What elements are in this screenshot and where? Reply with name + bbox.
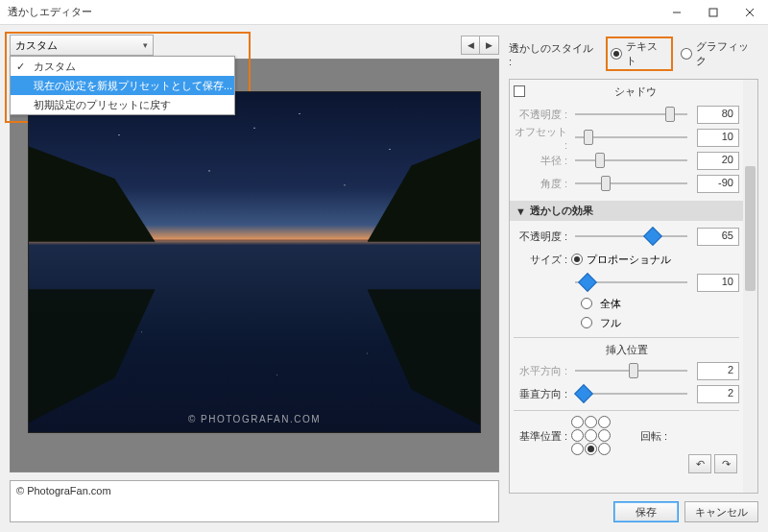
- shadow-opacity-value[interactable]: 80: [697, 106, 739, 124]
- rotate-cw-button[interactable]: ↷: [714, 454, 737, 473]
- save-button[interactable]: 保存: [613, 501, 679, 522]
- size-slider[interactable]: [571, 274, 691, 291]
- size-fill-radio[interactable]: フル: [581, 313, 739, 332]
- style-text-radio[interactable]: テキスト: [611, 39, 667, 68]
- maximize-button[interactable]: [695, 0, 732, 25]
- effects-opacity-value[interactable]: 65: [697, 228, 739, 246]
- effects-opacity-label: 不透明度 :: [514, 230, 571, 244]
- shadow-angle-value[interactable]: -90: [697, 175, 739, 193]
- anchor-label: 基準位置 :: [514, 429, 571, 444]
- preset-option-reset[interactable]: 初期設定のプリセットに戻す: [11, 95, 234, 114]
- h-inset-slider[interactable]: [571, 362, 691, 379]
- scrollbar[interactable]: [743, 80, 757, 493]
- settings-panel: シャドウ 不透明度 :80 オフセット :10 半径 :20 角度 :-90 ▼…: [509, 79, 758, 494]
- shadow-title: シャドウ: [531, 85, 739, 99]
- shadow-radius-value[interactable]: 20: [697, 152, 739, 170]
- shadow-opacity-label: 不透明度 :: [514, 108, 571, 122]
- prev-image-button[interactable]: ◀: [461, 36, 480, 55]
- watermark-preview-text: © PHOTOGRAFAN.COM: [188, 414, 321, 424]
- size-fit-radio[interactable]: 全体: [581, 294, 739, 313]
- shadow-offset-value[interactable]: 10: [697, 129, 739, 147]
- size-label: サイズ :: [514, 253, 571, 267]
- shadow-angle-slider[interactable]: [571, 175, 691, 192]
- rotate-ccw-button[interactable]: ↶: [688, 454, 711, 473]
- watermark-style-row: 透かしのスタイル : テキスト グラフィック: [509, 35, 758, 79]
- shadow-header-row: シャドウ: [514, 80, 739, 103]
- preset-dropdown[interactable]: カスタム ▾: [10, 35, 154, 56]
- preset-selected-label: カスタム: [15, 38, 58, 53]
- preview-area: © PHOTOGRAFAN.COM: [10, 59, 499, 472]
- size-value[interactable]: 10: [697, 274, 739, 292]
- style-graphic-radio[interactable]: グラフィック: [681, 39, 758, 68]
- preset-option-save[interactable]: 現在の設定を新規プリセットとして保存...: [11, 76, 234, 95]
- v-inset-value[interactable]: 2: [697, 385, 739, 403]
- shadow-angle-label: 角度 :: [514, 177, 571, 191]
- svg-rect-1: [709, 9, 717, 16]
- shadow-offset-slider[interactable]: [571, 129, 691, 146]
- window-title: 透かしエディター: [8, 5, 659, 19]
- rotate-label: 回転 :: [640, 429, 667, 444]
- h-inset-value[interactable]: 2: [697, 362, 739, 380]
- v-inset-label: 垂直方向 :: [514, 387, 571, 401]
- triangle-down-icon: ▼: [516, 206, 526, 217]
- inset-title: 挿入位置: [514, 343, 739, 357]
- cancel-button[interactable]: キャンセル: [684, 501, 758, 522]
- shadow-offset-label: オフセット :: [514, 125, 571, 151]
- effects-opacity-slider[interactable]: [571, 228, 691, 245]
- h-inset-label: 水平方向 :: [514, 364, 571, 378]
- anchor-grid[interactable]: [571, 416, 612, 456]
- next-image-button[interactable]: ▶: [480, 36, 499, 55]
- shadow-opacity-slider[interactable]: [571, 106, 691, 123]
- preset-option-custom[interactable]: カスタム: [11, 57, 234, 76]
- minimize-button[interactable]: [659, 0, 695, 25]
- watermark-text-input[interactable]: © PhotograFan.com: [10, 480, 499, 522]
- titlebar: 透かしエディター: [0, 0, 768, 25]
- size-proportional-radio[interactable]: プロポーショナル: [571, 253, 671, 267]
- preset-toolbar: カスタム ▾ カスタム 現在の設定を新規プリセットとして保存... 初期設定のプ…: [10, 35, 499, 56]
- shadow-checkbox[interactable]: [514, 85, 525, 97]
- preset-dropdown-menu: カスタム 現在の設定を新規プリセットとして保存... 初期設定のプリセットに戻す: [10, 56, 235, 115]
- preview-image: © PHOTOGRAFAN.COM: [28, 91, 481, 433]
- chevron-down-icon: ▾: [143, 40, 148, 50]
- shadow-radius-label: 半径 :: [514, 154, 571, 168]
- effects-section-header[interactable]: ▼透かしの効果: [510, 201, 743, 221]
- close-button[interactable]: [732, 0, 768, 25]
- v-inset-slider[interactable]: [571, 385, 691, 402]
- style-label: 透かしのスタイル :: [509, 41, 598, 67]
- highlight-annotation-2: テキスト: [606, 36, 672, 71]
- shadow-radius-slider[interactable]: [571, 152, 691, 169]
